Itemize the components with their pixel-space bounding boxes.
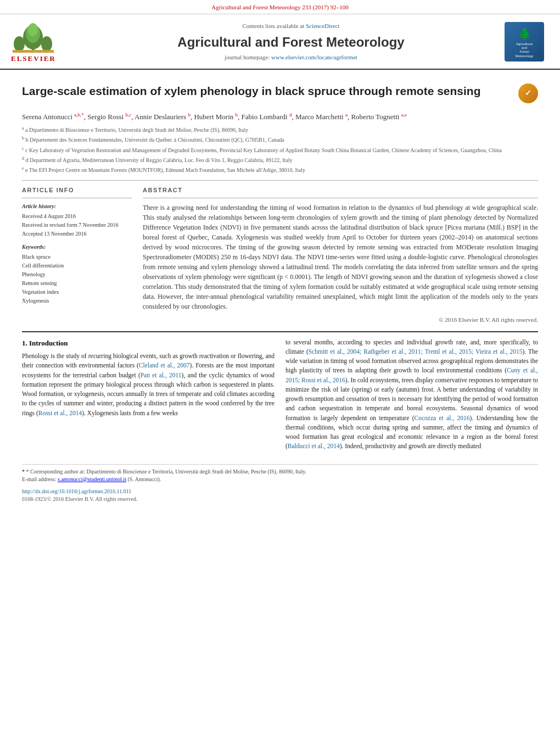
affiliation-e: e e The EFI Project Centre on Mountain F… [22, 165, 538, 174]
affiliation-b: b b Département des Sciences Fondamental… [22, 135, 538, 144]
ref-cocozza[interactable]: Cocozza et al., 2016 [415, 415, 470, 421]
sciencedirect-text: Contents lists available at ScienceDirec… [82, 22, 500, 30]
ref-rossi2014[interactable]: Rossi et al., 2014 [38, 410, 82, 416]
page-wrapper: Agricultural and Forest Meteorology 233 … [0, 0, 560, 514]
ref-schmitt[interactable]: Schmitt et al., 2004; Rathgeber et al., … [309, 348, 523, 355]
doi-link[interactable]: http://dx.doi.org/10.1016/j.agrformet.20… [22, 488, 131, 494]
journal-top-bar: Agricultural and Forest Meteorology 233 … [0, 0, 560, 14]
keyword-5: Vegetation index [22, 288, 132, 296]
footnote-corresponding: * * Corresponding author at: Dipartiment… [22, 468, 538, 476]
footnote-divider [22, 464, 538, 465]
intro-para-1: Phenology is the study of recurring biol… [22, 352, 275, 418]
ref-cleland[interactable]: Cleland et al., 2007 [139, 362, 190, 369]
article-info-col: ARTICLE INFO Article history: Received 4… [22, 186, 132, 325]
elsevier-label: ELSEVIER [11, 54, 56, 64]
email-link[interactable]: s.antonucci@studenti.unimol.it [58, 476, 126, 482]
article-info-header: ARTICLE INFO [22, 186, 132, 194]
body-col-right: to several months, according to species … [285, 338, 538, 456]
received-date: Received 4 August 2016 [22, 213, 132, 220]
affiliation-d: d d Department of Agraria, Mediterranean… [22, 155, 538, 164]
journal-logo-text: AgriculturalandForestMeteorology [515, 42, 533, 58]
footnote-section: * * Corresponding author at: Dipartiment… [22, 468, 538, 483]
info-divider [22, 198, 132, 198]
abstract-header: ABSTRACT [143, 186, 538, 194]
copyright-line: © 2016 Elsevier B.V. All rights reserved… [143, 316, 538, 324]
keyword-6: Xylogenesis [22, 297, 132, 305]
journal-title: Agricultural and Forest Meteorology [82, 33, 500, 52]
authors-line: Serena Antonucci a,b,*, Sergio Rossi b,c… [22, 111, 538, 122]
journal-homepage: journal homepage: www.elsevier.com/locat… [82, 53, 500, 62]
crossmark-badge[interactable]: ✓ [518, 83, 538, 103]
affiliation-c: c c Key Laboratory of Vegetation Restora… [22, 146, 538, 154]
info-abstract-row: ARTICLE INFO Article history: Received 4… [22, 186, 538, 325]
affiliations: a a Dipartimento di Bioscienze e Territo… [22, 125, 538, 175]
keyword-4: Remote sensing [22, 280, 132, 287]
journal-header: ELSEVIER Contents lists available at Sci… [0, 14, 560, 69]
accepted-date: Accepted 13 November 2016 [22, 230, 132, 238]
journal-tree-icon: 🌲 [518, 26, 531, 41]
affiliation-a: a a Dipartimento di Bioscienze e Territo… [22, 125, 538, 134]
journal-citation: Agricultural and Forest Meteorology 233 … [211, 4, 348, 10]
abstract-divider [143, 198, 538, 198]
svg-rect-7 [13, 50, 54, 53]
abstract-text: There is a growing need for understandin… [143, 203, 538, 311]
introduction-section: 1. Introduction Phenology is the study o… [22, 338, 538, 456]
elsevier-branding: ELSEVIER [11, 20, 82, 64]
sciencedirect-link[interactable]: ScienceDirect [306, 23, 340, 29]
revised-date: Received in revised form 7 November 2016 [22, 221, 132, 229]
body-col-left: 1. Introduction Phenology is the study o… [22, 338, 275, 456]
keyword-2: Cell differentiation [22, 262, 132, 270]
doi-section: http://dx.doi.org/10.1016/j.agrformet.20… [22, 488, 538, 495]
ref-balducci[interactable]: Balducci et al., 2014 [288, 443, 340, 449]
ref-cuny[interactable]: Cuny et al., 2015; Rossi et al., 2016 [285, 367, 538, 383]
intro-para-2: to several months, according to species … [285, 338, 538, 451]
issn-line: 0168-1923/© 2016 Elsevier B.V. All right… [22, 495, 538, 503]
homepage-url[interactable]: www.elsevier.com/locate/agrformet [271, 54, 357, 60]
keywords-label: Keywords: [22, 243, 132, 251]
section-title-intro: 1. Introduction [22, 338, 275, 349]
article-content: Large-scale estimation of xylem phenolog… [0, 70, 560, 514]
svg-point-4 [28, 23, 38, 36]
history-label: Article history: [22, 203, 132, 210]
section-divider-top [22, 180, 538, 181]
footnote-email: E-mail address: s.antonucci@studenti.uni… [22, 476, 538, 483]
journal-logo-area: 🌲 AgriculturalandForestMeteorology [500, 22, 549, 62]
crossmark-icon: ✓ [518, 83, 538, 103]
svg-point-5 [14, 36, 25, 52]
footnote-star: * [22, 468, 25, 475]
body-divider [22, 331, 538, 332]
elsevier-tree-icon [13, 20, 54, 53]
ref-pan[interactable]: Pan et al., 2011 [141, 372, 182, 378]
keyword-1: Black spruce [22, 253, 132, 261]
elsevier-logo: ELSEVIER [11, 20, 56, 64]
svg-point-6 [41, 36, 52, 52]
article-title-section: Large-scale estimation of xylem phenolog… [22, 83, 538, 106]
journal-header-center: Contents lists available at ScienceDirec… [82, 22, 500, 62]
article-title: Large-scale estimation of xylem phenolog… [22, 83, 510, 98]
keyword-3: Phenology [22, 271, 132, 278]
journal-logo-box: 🌲 AgriculturalandForestMeteorology [505, 22, 544, 62]
authors-text: Serena Antonucci a,b,*, Sergio Rossi b,c… [22, 113, 407, 121]
abstract-col: ABSTRACT There is a growing need for und… [143, 186, 538, 325]
